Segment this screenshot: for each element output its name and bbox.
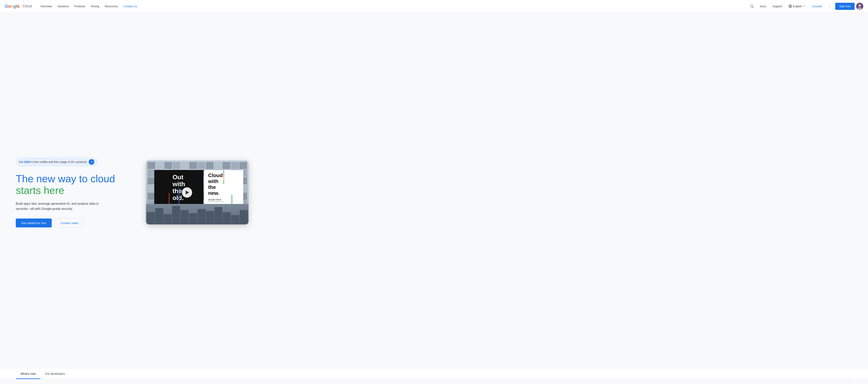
- city-building-8: [206, 211, 214, 224]
- promo-amount: $300: [24, 160, 30, 163]
- city-building-3: [164, 214, 172, 224]
- billboard-right-text: Cloudwiththenew.: [208, 172, 223, 196]
- hero-title-line2: starts here: [16, 185, 64, 196]
- hero-video-container: Outwiththeold. Cloudwiththenew. Google C…: [146, 160, 249, 224]
- play-icon: [186, 191, 189, 194]
- billboards: Outwiththeold. Cloudwiththenew. Google C…: [146, 170, 249, 205]
- avatar-icon: [856, 3, 863, 10]
- brand-name: Google Cloud: [208, 199, 224, 201]
- hero-left: Get $300 in free credits and free usage …: [16, 157, 134, 228]
- tabs-nav: What's new For developers: [16, 369, 852, 379]
- nav-right: Docs Support English Console ⋮ Start fre…: [748, 2, 863, 10]
- blue-stripe: [179, 188, 179, 205]
- billboard-scene: Outwiththeold. Cloudwiththenew. Google C…: [146, 160, 249, 224]
- play-button[interactable]: [182, 187, 192, 198]
- city-building-10: [223, 212, 231, 224]
- start-free-button[interactable]: Start free: [835, 3, 855, 10]
- city-building-6: [189, 213, 197, 224]
- globe-icon: [788, 4, 792, 8]
- billboard-right: Cloudwiththenew. Google Cloud The new wa…: [204, 170, 243, 205]
- tabs-section: What's new For developers: [0, 368, 868, 379]
- chevron-down-icon: [803, 5, 805, 8]
- search-button[interactable]: [748, 2, 756, 10]
- promo-banner[interactable]: Get $300 in free credits and free usage …: [16, 157, 97, 167]
- hero-subtitle: Build apps fast, leverage generative AI,…: [16, 201, 111, 211]
- city-building-12: [240, 210, 248, 224]
- svg-point-6: [859, 4, 861, 7]
- docs-link[interactable]: Docs: [757, 3, 769, 9]
- nav-overview[interactable]: Overview: [38, 3, 54, 9]
- tab-for-developers[interactable]: For developers: [40, 369, 70, 379]
- nav-links: Overview Solutions Products Pricing Reso…: [38, 3, 748, 9]
- city-building-5: [181, 210, 189, 224]
- nav-products[interactable]: Products: [72, 3, 88, 9]
- language-selector[interactable]: English: [786, 3, 808, 10]
- google-logo: G o o g l e: [5, 4, 20, 9]
- hero-title: The new way to cloud starts here: [16, 173, 134, 197]
- svg-point-0: [751, 5, 753, 7]
- google-cloud-logo[interactable]: G o o g l e Cloud: [5, 4, 32, 9]
- city-building-9: [214, 207, 222, 224]
- support-link[interactable]: Support: [770, 3, 784, 9]
- hero-title-line1: The new way to cloud: [16, 173, 115, 184]
- get-started-button[interactable]: Get started for free: [16, 219, 52, 227]
- city-building-11: [231, 215, 239, 224]
- contact-sales-button[interactable]: Contact sales: [55, 218, 84, 228]
- nav-pricing[interactable]: Pricing: [88, 3, 102, 9]
- google-stripe-icon: [223, 170, 224, 184]
- nav-resources[interactable]: Resources: [102, 3, 120, 9]
- promo-text: Get $300 in free credits and free usage …: [19, 160, 87, 163]
- billboard-footer: Google Cloud The new way to cloud.: [208, 199, 224, 202]
- city-building-7: [197, 209, 206, 224]
- green-stripe: [231, 195, 232, 205]
- cloud-text: Cloud: [23, 4, 32, 8]
- promo-arrow-icon: [89, 159, 94, 165]
- hero-section: Get $300 in free credits and free usage …: [0, 12, 868, 368]
- more-options-button[interactable]: ⋮: [826, 2, 834, 10]
- tagline: The new way to cloud.: [208, 201, 224, 202]
- city-building-4: [172, 206, 180, 224]
- city-building-1: [147, 212, 155, 224]
- city-building-2: [155, 208, 163, 224]
- hero-buttons: Get started for free Contact sales: [16, 218, 134, 228]
- navbar: G o o g l e Cloud Overview Solutions Pro…: [0, 0, 868, 12]
- tab-whats-new[interactable]: What's new: [16, 369, 40, 379]
- nav-contact-us[interactable]: Contact Us: [121, 3, 140, 9]
- search-icon: [750, 4, 754, 8]
- billboard-left: Outwiththeold.: [154, 170, 204, 205]
- red-stripe: [169, 193, 169, 205]
- nav-solutions[interactable]: Solutions: [55, 3, 71, 9]
- video-player[interactable]: Outwiththeold. Cloudwiththenew. Google C…: [146, 160, 249, 224]
- svg-line-1: [753, 7, 754, 8]
- promo-suffix: in free credits and free usage of 20+ pr…: [30, 160, 87, 163]
- cityscape: [146, 204, 249, 224]
- language-label: English: [793, 5, 802, 8]
- console-link[interactable]: Console: [809, 3, 824, 9]
- avatar[interactable]: [856, 3, 863, 10]
- promo-prefix: Get: [19, 160, 24, 163]
